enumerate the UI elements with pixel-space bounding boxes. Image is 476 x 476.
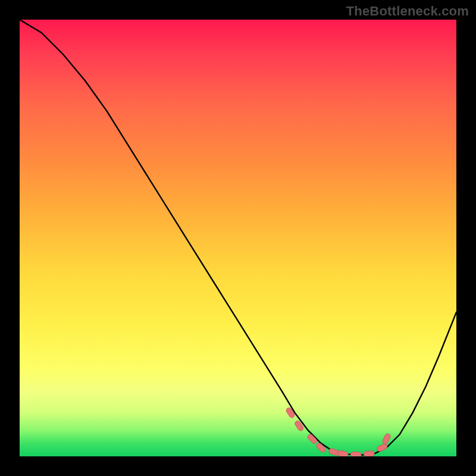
- curve-marker: [306, 433, 318, 444]
- curve-marker: [376, 443, 388, 452]
- curve-marker: [337, 450, 348, 456]
- chart-frame: TheBottleneck.com: [0, 0, 476, 476]
- bottleneck-curve: [20, 20, 456, 455]
- curve-marker: [382, 433, 392, 445]
- curve-marker: [315, 442, 327, 453]
- marker-group: [285, 407, 391, 456]
- watermark-text: TheBottleneck.com: [346, 4, 469, 19]
- curve-marker: [350, 452, 362, 456]
- curve-marker: [294, 420, 304, 432]
- curve-marker: [364, 451, 375, 456]
- chart-svg: [20, 20, 456, 456]
